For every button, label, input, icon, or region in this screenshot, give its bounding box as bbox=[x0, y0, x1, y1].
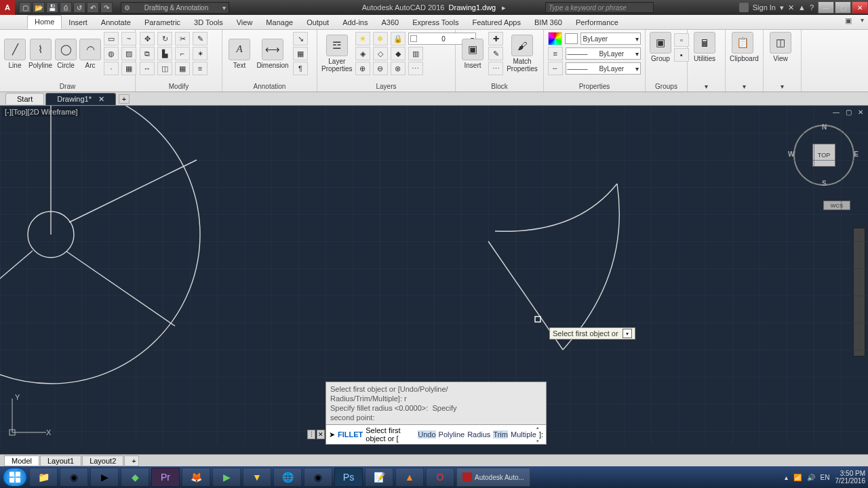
tooltip-dropdown-icon[interactable]: ▾ bbox=[623, 329, 632, 338]
close-button[interactable]: ✕ bbox=[852, 1, 868, 14]
line-button[interactable]: ╱Line bbox=[4, 39, 26, 69]
taskbar-explorer-icon[interactable]: 📁 bbox=[29, 468, 58, 487]
tab-featured[interactable]: Featured Apps bbox=[465, 16, 528, 29]
rotate-icon[interactable]: ↻ bbox=[157, 32, 172, 45]
taskbar-media-icon[interactable]: ▶ bbox=[90, 468, 119, 487]
cmd-opt-polyline[interactable]: Polyline bbox=[439, 430, 465, 439]
qa-open-icon[interactable]: 📂 bbox=[33, 2, 45, 13]
command-history[interactable]: Select first object or [Undo/Polyline/ R… bbox=[326, 382, 547, 425]
command-window[interactable]: Select first object or [Undo/Polyline/ R… bbox=[326, 382, 547, 445]
rectangle-icon[interactable]: ▭ bbox=[104, 32, 119, 45]
text-button[interactable]: AText bbox=[226, 39, 252, 69]
scale-icon[interactable]: ◫ bbox=[157, 62, 172, 75]
search-input[interactable]: Type a keyword or phrase bbox=[545, 2, 654, 13]
lineweight-combo[interactable]: ———ByLayer▾ bbox=[566, 47, 641, 60]
layer-properties-button[interactable]: ☲Layer Properties bbox=[321, 35, 353, 73]
tab-drawing1[interactable]: Drawing1*✕ bbox=[45, 93, 116, 105]
tab-bim360[interactable]: BIM 360 bbox=[528, 16, 569, 29]
tray-network-icon[interactable]: 📶 bbox=[793, 474, 802, 481]
region-icon[interactable]: ▦ bbox=[121, 62, 136, 75]
layer-state-icon[interactable]: ⊗ bbox=[391, 62, 406, 75]
offset-icon[interactable]: ≡ bbox=[193, 62, 208, 75]
color-swatch[interactable] bbox=[565, 33, 578, 44]
chevron-right-icon[interactable]: ▸ bbox=[502, 3, 506, 12]
linetype-combo[interactable]: ———ByLayer▾ bbox=[566, 62, 641, 75]
tab-home[interactable]: Home bbox=[27, 15, 62, 29]
exchange-icon[interactable]: ✕ bbox=[788, 3, 794, 12]
layer-match-icon[interactable]: ◆ bbox=[391, 47, 406, 60]
tab-express[interactable]: Express Tools bbox=[406, 16, 465, 29]
group-edit-icon[interactable]: ▪ bbox=[674, 48, 689, 62]
layout-model[interactable]: Model bbox=[4, 455, 39, 466]
tab-output[interactable]: Output bbox=[300, 16, 336, 29]
linetype-icon[interactable]: ┄ bbox=[548, 62, 563, 75]
tab-addins[interactable]: Add-ins bbox=[336, 16, 374, 29]
tray-lang[interactable]: EN bbox=[821, 474, 830, 481]
qa-plot-icon[interactable]: ↺ bbox=[73, 2, 85, 13]
tab-view[interactable]: View bbox=[230, 16, 260, 29]
qa-save-icon[interactable]: 💾 bbox=[46, 2, 58, 13]
cmd-opt-trim[interactable]: Trim bbox=[493, 430, 508, 439]
layer-freeze-icon[interactable]: ❄ bbox=[373, 32, 388, 45]
tab-performance[interactable]: Performance bbox=[569, 16, 625, 29]
stretch-icon[interactable]: ↔ bbox=[140, 62, 155, 75]
cmd-opt-radius[interactable]: Radius bbox=[467, 430, 490, 439]
tab-manage[interactable]: Manage bbox=[259, 16, 300, 29]
qa-new-icon[interactable]: ▢ bbox=[19, 2, 31, 13]
workspace-selector[interactable]: ⚙ Drafting & Annotation ▾ bbox=[121, 2, 229, 14]
maximize-button[interactable]: ▢ bbox=[835, 1, 851, 14]
view-button[interactable]: ◫View bbox=[768, 32, 793, 62]
circle-button[interactable]: ◯Circle bbox=[55, 39, 77, 69]
clipboard-button[interactable]: 📋Clipboard bbox=[730, 32, 755, 62]
taskbar-premiere-icon[interactable]: Pr bbox=[151, 468, 180, 487]
cmd-opt-undo[interactable]: Undo bbox=[418, 430, 435, 439]
point-icon[interactable]: · bbox=[104, 62, 119, 75]
layer-delete-icon[interactable]: ⊖ bbox=[373, 62, 388, 75]
tray-show-hidden-icon[interactable]: ▴ bbox=[785, 474, 788, 481]
tab-annotate[interactable]: Annotate bbox=[94, 16, 138, 29]
match-properties-button[interactable]: 🖌Match Properties bbox=[506, 35, 538, 73]
panel-groups-label[interactable]: Groups bbox=[650, 83, 683, 90]
taskbar-app6-icon[interactable]: 📝 bbox=[365, 468, 393, 487]
layer-iso-icon[interactable]: ◈ bbox=[355, 47, 370, 60]
tray-time[interactable]: 3:50 PM bbox=[835, 470, 866, 477]
tray-volume-icon[interactable]: 🔊 bbox=[807, 474, 815, 481]
panel-modify-label[interactable]: Modify bbox=[140, 83, 218, 90]
lineweight-icon[interactable]: ≡ bbox=[548, 47, 563, 60]
layout-layout2[interactable]: Layout2 bbox=[82, 455, 123, 466]
explode-icon[interactable]: ✶ bbox=[193, 47, 208, 60]
taskbar-autocad-window[interactable]: Autodesk Auto... bbox=[456, 468, 530, 487]
layer-lock-icon[interactable]: 🔒 bbox=[391, 32, 406, 45]
taskbar-app3-icon[interactable]: ▼ bbox=[243, 468, 271, 487]
color-control-icon[interactable] bbox=[548, 32, 562, 45]
spline-icon[interactable]: ~ bbox=[121, 32, 136, 45]
taskbar-opera-icon[interactable]: O bbox=[426, 468, 454, 487]
attribute-icon[interactable]: ⋯ bbox=[488, 62, 503, 75]
panel-draw-label[interactable]: Draw bbox=[4, 83, 131, 90]
ungroup-icon[interactable]: ▫ bbox=[674, 33, 689, 47]
qa-undo-icon[interactable]: ↶ bbox=[87, 2, 99, 13]
table-icon[interactable]: ▦ bbox=[293, 47, 308, 60]
ucs-icon[interactable]: Y X bbox=[4, 386, 58, 441]
taskbar-app5-icon[interactable]: ◉ bbox=[304, 468, 332, 487]
panel-block-label[interactable]: Block bbox=[460, 83, 539, 90]
new-tab-button[interactable]: + bbox=[119, 94, 130, 104]
chevron-down-icon[interactable]: ▾ bbox=[780, 3, 784, 12]
minimize-button[interactable]: — bbox=[818, 1, 834, 14]
array-icon[interactable]: ▦ bbox=[175, 62, 190, 75]
command-line[interactable]: ⋮ ✕ ➤ FILLET Select first object or [Und… bbox=[326, 425, 547, 445]
taskbar-vlc-icon[interactable]: ▲ bbox=[395, 468, 424, 487]
start-button[interactable] bbox=[3, 468, 27, 487]
insert-button[interactable]: ▣Insert bbox=[460, 39, 486, 69]
tab-start[interactable]: Start bbox=[5, 93, 44, 104]
layer-more-icon[interactable]: ⋯ bbox=[408, 62, 423, 75]
fillet-icon[interactable]: ⌐ bbox=[175, 47, 190, 60]
polyline-button[interactable]: ⌇Polyline bbox=[28, 39, 52, 69]
close-tab-icon[interactable]: ✕ bbox=[98, 95, 104, 104]
color-combo[interactable]: ByLayer▾ bbox=[580, 33, 641, 45]
cmd-opt-multiple[interactable]: Multiple bbox=[511, 430, 536, 439]
ribbon-caret-icon[interactable]: ▾ bbox=[861, 16, 864, 24]
help-icon[interactable]: ? bbox=[810, 3, 814, 12]
dimension-button[interactable]: ⟷Dimension bbox=[255, 39, 290, 69]
tab-3dtools[interactable]: 3D Tools bbox=[187, 16, 230, 29]
